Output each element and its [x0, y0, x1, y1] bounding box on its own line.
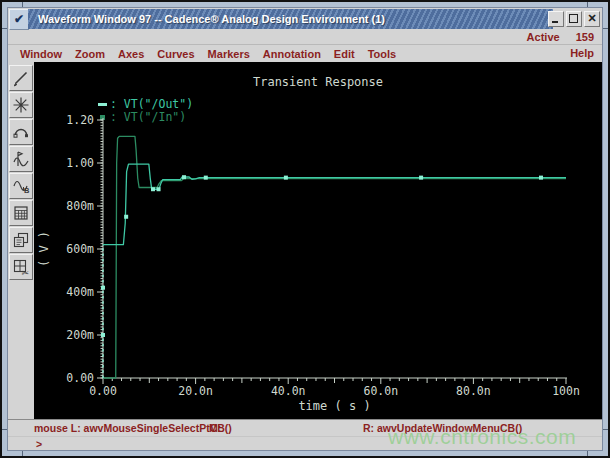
waveform-window: ✔ Waveform Window 97 -- Cadence® Analog …	[0, 0, 610, 458]
calculator-icon[interactable]	[9, 200, 33, 226]
pen-icon[interactable]	[9, 65, 33, 91]
y-axis-label: ( V )	[37, 231, 51, 267]
window-resize-frame-bottom[interactable]	[2, 451, 608, 456]
zoom-star-icon[interactable]	[9, 92, 33, 118]
x-tick-label: 20.0n	[178, 384, 213, 398]
trace-point-marker	[157, 187, 161, 191]
menu-bar: WindowZoomAxesCurvesMarkersAnnotationEdi…	[8, 45, 602, 62]
trace-in	[103, 136, 566, 378]
y-tick-label: 400m	[66, 285, 94, 299]
active-status-row: Active 159	[8, 30, 602, 45]
y-tick-label: 800m	[66, 199, 94, 213]
mouse-middle-binding: M:	[209, 422, 221, 434]
left-toolbar: B ✂	[8, 62, 34, 420]
menu-item-edit[interactable]: Edit	[334, 48, 355, 60]
y-tick-label: 200m	[66, 328, 94, 342]
subwindow-scissors-icon[interactable]: ✂	[9, 254, 33, 280]
menu-item-axes[interactable]: Axes	[118, 48, 144, 60]
marker-a-icon[interactable]	[9, 146, 33, 172]
mouse-left-binding: mouse L: awvMouseSingleSelectPtCB()	[34, 422, 232, 434]
plot-canvas[interactable]: Transient Response : VT("/Out"): VT("/In…	[34, 62, 602, 420]
y-tick-label: 0.00	[66, 371, 94, 385]
trace-point-marker	[419, 176, 423, 180]
maximize-icon	[569, 14, 578, 23]
svg-text:✂: ✂	[22, 268, 30, 278]
main-area: B ✂ Transient Response : VT("/Out"): VT(…	[8, 62, 602, 420]
window-menu-button[interactable]: ✔	[9, 9, 29, 30]
y-tick-label: 1.00	[66, 156, 94, 170]
menu-item-markers[interactable]: Markers	[208, 48, 250, 60]
trace-point-marker	[182, 175, 186, 179]
svg-text:B: B	[24, 186, 30, 195]
prompt-symbol: >	[36, 438, 42, 450]
trace-point-marker	[151, 187, 155, 191]
frame-notch	[603, 28, 608, 29]
active-label: Active	[527, 31, 560, 43]
window-title: Waveform Window 97 -- Cadence® Analog De…	[38, 13, 385, 25]
trace-point-marker	[101, 286, 105, 290]
frame-notch	[22, 451, 23, 456]
y-tick-label: 600m	[66, 242, 94, 256]
x-tick-label: 0.00	[89, 384, 117, 398]
trace-point-marker	[204, 176, 208, 180]
waveform-chart[interactable]: 0.00200m400m600m800m1.001.200.0020.0n40.…	[34, 62, 604, 426]
arc-probe-icon[interactable]	[9, 119, 33, 145]
marker-b-icon[interactable]: B	[9, 173, 33, 199]
trace-out	[103, 164, 566, 245]
frame-notch	[603, 429, 608, 430]
close-icon: ✕	[585, 12, 599, 26]
window-controls: ✕	[548, 11, 600, 27]
x-tick-label: 60.0n	[363, 384, 398, 398]
title-bar-hatch[interactable]: Waveform Window 97 -- Cadence® Analog De…	[28, 9, 553, 29]
close-button[interactable]: ✕	[584, 11, 600, 27]
minimize-icon	[552, 21, 558, 23]
axes-lines	[103, 118, 567, 378]
y-tick-label: 1.20	[66, 113, 94, 127]
x-tick-label: 40.0n	[271, 384, 306, 398]
title-bar[interactable]: ✔ Waveform Window 97 -- Cadence® Analog …	[8, 8, 602, 30]
x-tick-label: 80.0n	[456, 384, 491, 398]
command-prompt-line[interactable]: >	[8, 436, 602, 450]
x-tick-label: 100n	[552, 384, 580, 398]
menu-item-zoom[interactable]: Zoom	[75, 48, 105, 60]
menu-item-tools[interactable]: Tools	[368, 48, 397, 60]
window-content: ✔ Waveform Window 97 -- Cadence® Analog …	[7, 7, 603, 451]
copy-window-icon[interactable]	[9, 227, 33, 253]
trace-point-marker	[101, 333, 105, 337]
maximize-button[interactable]	[566, 11, 582, 27]
x-axis-label: time ( s )	[298, 399, 370, 413]
status-bar: mouse L: awvMouseSingleSelectPtCB() M: R…	[8, 419, 602, 450]
mouse-bindings-line: mouse L: awvMouseSingleSelectPtCB() M: R…	[8, 422, 602, 435]
frame-notch	[587, 451, 588, 456]
menu-item-help[interactable]: Help	[570, 45, 594, 62]
menu-item-annotation[interactable]: Annotation	[263, 48, 321, 60]
mouse-right-binding: R: awvUpdateWindowMenuCB()	[363, 422, 522, 434]
active-count: 159	[576, 31, 594, 43]
trace-point-marker	[284, 176, 288, 180]
minimize-button[interactable]	[548, 11, 564, 27]
menu-item-window[interactable]: Window	[20, 48, 62, 60]
trace-point-marker	[539, 176, 543, 180]
menu-item-curves[interactable]: Curves	[157, 48, 194, 60]
trace-point-marker	[124, 215, 128, 219]
